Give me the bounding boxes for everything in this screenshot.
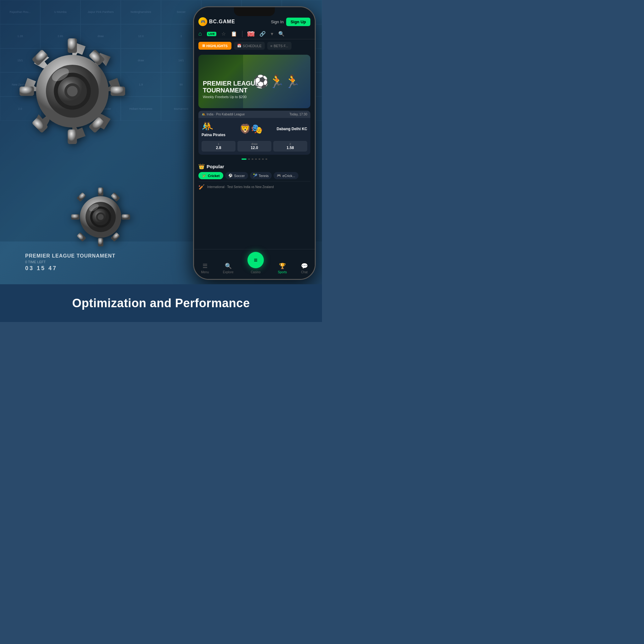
tennis-icon: 🎾: [253, 174, 258, 178]
ecricket-icon: 🎮: [277, 174, 281, 178]
dot-5: [258, 158, 260, 160]
phone-notch: [234, 7, 275, 16]
odds-team2[interactable]: 2 1.58: [273, 141, 307, 152]
match-row-league: International · Test Series India vs New…: [207, 185, 310, 189]
hero-subtitle: Weekly Freebets Up to $200: [203, 95, 259, 99]
explore-label: Explore: [223, 270, 234, 274]
phone-content: ⚽🏃🏃 PREMIER LEAGUETOURNAMENT Weekly Free…: [194, 52, 315, 249]
svg-rect-20: [77, 192, 86, 202]
nav-explore[interactable]: 🔍 Explore: [223, 263, 234, 274]
dropdown-icon[interactable]: ▾: [271, 31, 273, 37]
svg-rect-19: [122, 214, 130, 220]
page-title: Optimization and Performance: [72, 297, 250, 310]
phone-container: 🎮 BC.GAME Sign In Sign Up ⌂ LIVE ☆ 📋: [193, 6, 316, 280]
crown-icon: 👑: [198, 164, 205, 169]
team1-mascot: 🤼: [202, 120, 213, 131]
svg-rect-3: [19, 86, 34, 96]
sports-icon: 🏆: [279, 263, 286, 269]
casino-label: Casino: [251, 270, 260, 274]
sign-in-button[interactable]: Sign In: [271, 19, 283, 24]
svg-rect-22: [77, 232, 86, 242]
hero-title: PREMIER LEAGUETOURNAMENT: [203, 80, 259, 94]
live-badge[interactable]: LIVE: [207, 32, 216, 36]
svg-point-13: [67, 86, 78, 97]
schedule-icon: 📅: [237, 44, 241, 48]
team1-name: Patna Pirates: [202, 133, 225, 137]
dot-4: [255, 158, 257, 160]
explore-icon: 🔍: [225, 263, 232, 269]
cricket-icon: 🏏: [202, 174, 207, 178]
nav-casino[interactable]: ≡ Casino: [247, 252, 264, 274]
hero-text: PREMIER LEAGUETOURNAMENT Weekly Freebets…: [203, 80, 259, 99]
nav-divider: [242, 31, 242, 37]
phone-screen: 🎮 BC.GAME Sign In Sign Up ⌂ LIVE ☆ 📋: [194, 7, 315, 279]
sports-label: Sports: [278, 270, 287, 274]
dot-2: [248, 158, 250, 160]
casino-icon: ≡: [254, 257, 258, 264]
background: Rajasthan Rou... U Mumba Jaipur Pink Pan…: [0, 0, 322, 322]
svg-rect-2: [68, 130, 77, 144]
dot-7: [265, 158, 267, 160]
betslip-icon[interactable]: 📋: [231, 31, 237, 37]
menu-icon: ☰: [203, 263, 208, 269]
match-league: 🤼 India · Pro Kabaddi League: [202, 113, 245, 116]
dot-1: [241, 158, 247, 160]
popular-section: 👑 Popular 🏏 Cricket ⚽ Soccer: [194, 162, 315, 181]
svg-point-28: [97, 214, 103, 220]
nav-sports[interactable]: 🏆 Sports: [278, 263, 287, 274]
svg-rect-16: [98, 187, 103, 196]
match-card: 🤼 India · Pro Kabaddi League Today, 17:3…: [198, 111, 310, 155]
nav-chat[interactable]: 💬 Chat: [301, 263, 308, 274]
svg-rect-17: [98, 238, 103, 246]
carousel-dots: [194, 157, 315, 162]
tabs-bar: ⊞ HIGHLIGHTS 📅 SCHEDULE ≡ BETS F...: [194, 39, 315, 52]
match-teams: 🤼 Patna Pirates 🦁🎭 Dabang Delhi KC: [198, 118, 310, 140]
chip-soccer[interactable]: ⚽ Soccer: [225, 172, 248, 179]
tab-bets[interactable]: ≡ BETS F...: [267, 42, 291, 50]
cricket-match-icon: 🏏: [198, 184, 205, 190]
kabaddi-icon: 🤼: [202, 113, 205, 116]
home-icon[interactable]: ⌂: [198, 31, 202, 37]
nav-bar: ⌂ LIVE ☆ 📋: [194, 29, 315, 39]
match-odds: 1 2.8 draw 12.0 2 1.58: [198, 140, 310, 155]
nav-menu[interactable]: ☰ Menu: [201, 263, 209, 274]
chat-label: Chat: [301, 270, 308, 274]
match-time: Today, 17:30: [289, 113, 307, 116]
section-title: 👑 Popular: [198, 164, 310, 169]
dot-6: [262, 158, 264, 160]
chip-tennis[interactable]: 🎾 Tennis: [250, 172, 272, 179]
search-icon[interactable]: 🔍: [278, 31, 285, 37]
bc-game-logo-icon: 🎮: [198, 17, 207, 26]
highlights-icon: ⊞: [202, 44, 205, 48]
chip-ecricket[interactable]: 🎮 eCrick...: [274, 172, 298, 179]
soccer-icon: ⚽: [228, 174, 233, 178]
sign-up-button[interactable]: Sign Up: [286, 18, 310, 26]
odds-team1[interactable]: 1 2.8: [202, 141, 236, 152]
svg-rect-1: [68, 38, 77, 53]
gear-small: [63, 179, 138, 255]
chip-cricket[interactable]: 🏏 Cricket: [198, 172, 223, 179]
time-values: 03 15 47: [25, 265, 115, 272]
odds-draw[interactable]: draw 12.0: [237, 141, 271, 152]
match-header: 🤼 India · Pro Kabaddi League Today, 17:3…: [198, 111, 310, 118]
tab-schedule[interactable]: 📅 SCHEDULE: [234, 42, 265, 50]
casino-fab[interactable]: ≡: [247, 252, 264, 268]
svg-rect-4: [111, 86, 125, 96]
tournament-title: PREMIER LEAGUE TOURNAMENT: [25, 253, 115, 259]
favorites-icon[interactable]: ☆: [221, 31, 226, 37]
match-row[interactable]: 🏏 International · Test Series India vs N…: [198, 181, 310, 192]
bottom-nav: ☰ Menu 🔍 Explore ≡ Casino 🏆: [194, 249, 315, 279]
team-vs-mascot: 🦁🎭: [239, 123, 263, 134]
gear-large: [6, 25, 138, 157]
flag-icon[interactable]: [247, 31, 254, 36]
logo-text: BC.GAME: [209, 19, 235, 25]
phone-frame: 🎮 BC.GAME Sign In Sign Up ⌂ LIVE ☆ 📋: [193, 6, 316, 280]
svg-rect-18: [71, 214, 79, 220]
tab-highlights[interactable]: ⊞ HIGHLIGHTS: [198, 42, 231, 50]
menu-label: Menu: [201, 270, 209, 274]
link-icon[interactable]: 🔗: [259, 31, 266, 37]
time-left-label: 0 TIME LEFT: [25, 260, 115, 264]
bottom-left-text: PREMIER LEAGUE TOURNAMENT 0 TIME LEFT 03…: [25, 253, 115, 272]
dot-3: [252, 158, 253, 160]
header-actions: Sign In Sign Up: [271, 18, 310, 26]
